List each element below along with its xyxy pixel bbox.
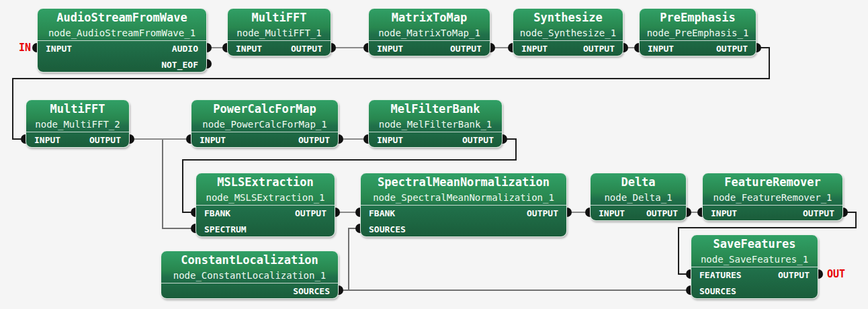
output-port-label[interactable]: OUTPUT	[803, 206, 834, 222]
graph-node-node_ConstantLocalization_1[interactable]: ConstantLocalizationnode_ConstantLocaliz…	[161, 251, 339, 299]
flow-diagram-canvas: IN OUT AudioStreamFromWavenode_AudioStre…	[0, 0, 868, 309]
node-title: SpectralMeanNormalization	[361, 173, 566, 191]
output-port-label[interactable]: AUDIO	[172, 41, 198, 57]
input-port-label[interactable]: FEATURES	[699, 267, 742, 283]
node-instance-name: node_PreEmphasis_1	[640, 26, 756, 40]
port-row: INPUTOUTPUT	[228, 41, 331, 57]
input-port-label[interactable]: SOURCES	[699, 283, 736, 300]
node-ports: FEATURESOUTPUTSOURCES	[691, 267, 818, 300]
port-row: FBANKOUTPUT	[361, 206, 566, 222]
port-row: SOURCES	[161, 283, 338, 300]
port-row: INPUTOUTPUT	[26, 132, 129, 148]
port-row: INPUTOUTPUT	[369, 132, 502, 148]
input-port-label[interactable]: INPUT	[377, 132, 403, 148]
node-ports: INPUTOUTPUT	[369, 132, 502, 148]
output-port-label[interactable]: OUTPUT	[295, 206, 327, 222]
port-row: INPUTOUTPUT	[703, 206, 842, 222]
graph-node-node_FeatureRemover_1[interactable]: FeatureRemovernode_FeatureRemover_1INPUT…	[702, 173, 843, 221]
graph-node-node_MultiFFT_2[interactable]: MultiFFTnode_MultiFFT_2INPUTOUTPUT	[26, 99, 130, 148]
port-row: FEATURESOUTPUT	[691, 267, 818, 283]
port-row: INPUTOUTPUT	[369, 41, 490, 57]
output-port-label[interactable]: OUTPUT	[89, 132, 121, 148]
output-port-label[interactable]: OUTPUT	[646, 206, 678, 222]
input-port-label[interactable]: FBANK	[369, 206, 395, 222]
output-port-label[interactable]: OUTPUT	[291, 41, 322, 57]
output-port-label[interactable]: OUTPUT	[462, 132, 494, 148]
port-row: INPUTOUTPUT	[191, 132, 338, 148]
network-output-label: OUT	[827, 269, 845, 279]
node-instance-name: node_PowerCalcForMap_1	[191, 118, 338, 131]
node-instance-name: node_MatrixToMap_1	[369, 26, 490, 40]
port-row: SPECTRUM	[196, 222, 335, 238]
graph-node-node_SpectralMeanNormalization_1[interactable]: SpectralMeanNormalizationnode_SpectralMe…	[360, 173, 567, 237]
node-instance-name: node_SaveFeatures_1	[691, 253, 818, 266]
graph-node-node_PowerCalcForMap_1[interactable]: PowerCalcForMapnode_PowerCalcForMap_1INP…	[191, 99, 339, 148]
input-port-label[interactable]: INPUT	[34, 132, 60, 148]
port-row: SOURCES	[361, 222, 566, 238]
graph-node-node_Synthesize_1[interactable]: Synthesizenode_Synthesize_1INPUTOUTPUT	[513, 8, 623, 56]
node-ports: INPUTOUTPUT	[26, 132, 129, 148]
output-port-label[interactable]: OUTPUT	[583, 41, 615, 57]
input-port-label[interactable]: INPUT	[236, 41, 262, 57]
node-instance-name: node_Delta_1	[591, 191, 686, 204]
port-row: FBANKOUTPUT	[196, 206, 335, 222]
node-ports: INPUTOUTPUT	[228, 40, 331, 57]
input-port-label[interactable]: INPUT	[521, 41, 548, 57]
network-input-label: IN	[0, 42, 31, 53]
output-port-label[interactable]: SOURCES	[293, 283, 330, 300]
node-instance-name: node_Synthesize_1	[513, 26, 623, 40]
input-port-label[interactable]: INPUT	[200, 132, 226, 148]
node-title: Delta	[591, 173, 686, 191]
node-title: AudioStreamFromWave	[38, 9, 206, 26]
graph-node-node_Delta_1[interactable]: Deltanode_Delta_1INPUTOUTPUT	[590, 173, 687, 221]
graph-node-node_MatrixToMap_1[interactable]: MatrixToMapnode_MatrixToMap_1INPUTOUTPUT	[368, 8, 490, 56]
port-row: SOURCES	[691, 283, 818, 300]
node-title: SaveFeatures	[691, 235, 818, 253]
node-instance-name: node_MSLSExtraction_1	[196, 191, 335, 204]
node-title: MelFilterBank	[369, 100, 502, 118]
input-port-label[interactable]: SOURCES	[369, 222, 406, 238]
port-row: INPUTOUTPUT	[591, 206, 686, 222]
node-instance-name: node_FeatureRemover_1	[703, 191, 842, 204]
port-row: INPUTAUDIO	[38, 41, 206, 57]
node-title: PowerCalcForMap	[191, 100, 338, 118]
port-row: INPUTOUTPUT	[513, 41, 623, 57]
graph-node-node_SaveFeatures_1[interactable]: SaveFeaturesnode_SaveFeatures_1FEATURESO…	[691, 234, 818, 299]
output-port-label[interactable]: OUTPUT	[778, 267, 810, 283]
node-instance-name: node_MultiFFT_1	[228, 26, 331, 40]
output-port-label[interactable]: OUTPUT	[450, 41, 482, 57]
node-instance-name: node_ConstantLocalization_1	[161, 269, 338, 282]
graph-node-node_MSLSExtraction_1[interactable]: MSLSExtractionnode_MSLSExtraction_1FBANK…	[196, 173, 335, 237]
output-port-label[interactable]: OUTPUT	[527, 206, 558, 222]
node-ports: FBANKOUTPUTSPECTRUM	[196, 205, 335, 238]
input-port-label[interactable]: SPECTRUM	[204, 222, 247, 238]
input-port-label[interactable]: INPUT	[648, 41, 674, 57]
graph-node-node_MultiFFT_1[interactable]: MultiFFTnode_MultiFFT_1INPUTOUTPUT	[227, 8, 331, 56]
node-instance-name: node_SpectralMeanNormalization_1	[361, 191, 566, 204]
node-instance-name: node_AudioStreamFromWave_1	[38, 26, 206, 40]
node-title: MultiFFT	[26, 100, 129, 118]
graph-node-node_PreEmphasis_1[interactable]: PreEmphasisnode_PreEmphasis_1INPUTOUTPUT	[639, 8, 756, 56]
graph-node-node_AudioStreamFromWave_1[interactable]: AudioStreamFromWavenode_AudioStreamFromW…	[37, 8, 207, 73]
node-ports: INPUTOUTPUT	[640, 40, 756, 57]
node-ports: FBANKOUTPUTSOURCES	[361, 205, 566, 238]
output-port-label[interactable]: OUTPUT	[298, 132, 330, 148]
graph-node-node_MelFilterBank_1[interactable]: MelFilterBanknode_MelFilterBank_1INPUTOU…	[368, 99, 503, 148]
input-port-label[interactable]: INPUT	[711, 206, 737, 222]
node-instance-name: node_MultiFFT_2	[26, 118, 129, 131]
input-port-label[interactable]: INPUT	[599, 206, 625, 222]
output-port-label[interactable]: OUTPUT	[716, 41, 748, 57]
output-port-label[interactable]: NOT_EOF	[161, 57, 198, 73]
node-ports: INPUTOUTPUT	[369, 40, 490, 57]
node-title: FeatureRemover	[703, 173, 842, 191]
node-ports: INPUTOUTPUT	[703, 205, 842, 222]
input-port-label[interactable]: INPUT	[46, 41, 72, 57]
input-port-label[interactable]: INPUT	[377, 41, 403, 57]
node-ports: INPUTOUTPUT	[191, 132, 338, 148]
input-port-label[interactable]: FBANK	[204, 206, 230, 222]
port-row: NOT_EOF	[38, 57, 206, 73]
node-title: MultiFFT	[228, 9, 331, 26]
node-ports: INPUTOUTPUT	[513, 40, 623, 57]
node-title: MSLSExtraction	[196, 173, 335, 191]
wire	[130, 139, 196, 228]
